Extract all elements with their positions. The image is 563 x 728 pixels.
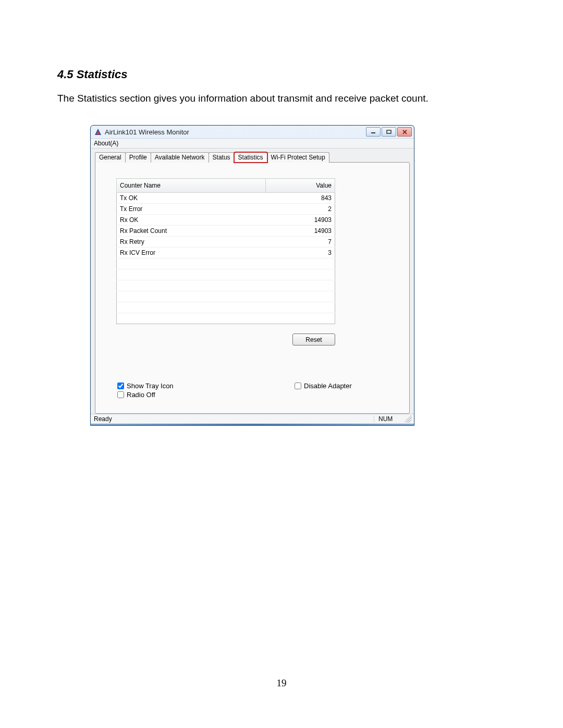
tab-wifi-protect-setup[interactable]: Wi-Fi Protect Setup <box>267 152 329 163</box>
close-button[interactable]: ✕ <box>397 127 412 137</box>
tab-status[interactable]: Status <box>209 152 235 163</box>
checkbox-show-tray-icon[interactable]: Show Tray Icon <box>117 382 274 390</box>
status-num-indicator: NUM <box>374 415 405 423</box>
statistics-table: Counter Name Value Tx OK 843 Tx Error 2 <box>116 178 335 324</box>
tab-profile[interactable]: Profile <box>125 152 151 163</box>
counter-name: Tx OK <box>117 193 266 204</box>
table-row <box>117 269 335 280</box>
tab-available-network[interactable]: Available Network <box>151 152 209 163</box>
maximize-button[interactable] <box>382 127 396 137</box>
table-row[interactable]: Rx Packet Count 14903 <box>117 226 335 237</box>
svg-rect-3 <box>387 130 391 133</box>
tab-general[interactable]: General <box>95 152 126 163</box>
svg-rect-2 <box>371 132 375 133</box>
section-heading: 4.5 Statistics <box>57 68 506 81</box>
window-border-bottom <box>91 424 414 425</box>
counter-name: Rx Packet Count <box>117 226 266 237</box>
table-row[interactable]: Tx OK 843 <box>117 193 335 204</box>
column-header-value[interactable]: Value <box>266 179 335 193</box>
table-row[interactable]: Tx Error 2 <box>117 204 335 215</box>
status-bar: Ready NUM <box>91 414 414 424</box>
minimize-icon <box>371 130 376 134</box>
section-description: The Statistics section gives you informa… <box>57 93 506 104</box>
checkbox-label: Show Tray Icon <box>127 382 174 390</box>
window-title: AirLink101 Wireless Monitor <box>105 128 366 136</box>
app-icon <box>94 128 102 136</box>
resize-grip-icon[interactable] <box>405 415 412 423</box>
counter-value: 14903 <box>266 226 335 237</box>
counter-name: Rx ICV Error <box>117 248 266 258</box>
table-row <box>117 291 335 302</box>
tab-statistics[interactable]: Statistics <box>234 152 267 163</box>
counter-value: 843 <box>266 193 335 204</box>
checkbox-disable-adapter[interactable]: Disable Adapter <box>295 382 352 390</box>
checkbox-input[interactable] <box>117 391 124 398</box>
counter-value: 2 <box>266 204 335 215</box>
tab-row: General Profile Available Network Status… <box>95 152 410 162</box>
counter-name: Rx OK <box>117 215 266 226</box>
counter-name: Tx Error <box>117 204 266 215</box>
table-row <box>117 313 335 324</box>
checkbox-radio-off[interactable]: Radio Off <box>117 391 274 399</box>
menu-about[interactable]: About(A) <box>94 140 118 147</box>
table-row[interactable]: Rx Retry 7 <box>117 237 335 248</box>
checkbox-input[interactable] <box>295 382 301 389</box>
tab-panel-statistics: Counter Name Value Tx OK 843 Tx Error 2 <box>95 162 410 414</box>
reset-button[interactable]: Reset <box>292 334 335 346</box>
counter-value: 14903 <box>266 215 335 226</box>
app-window: AirLink101 Wireless Monitor ✕ About(A) G… <box>90 125 414 426</box>
counter-value: 3 <box>266 248 335 258</box>
checkbox-label: Radio Off <box>127 391 155 399</box>
table-row <box>117 280 335 291</box>
close-icon: ✕ <box>402 128 408 136</box>
minimize-button[interactable] <box>366 127 381 137</box>
table-row[interactable]: Rx OK 14903 <box>117 215 335 226</box>
title-bar[interactable]: AirLink101 Wireless Monitor ✕ <box>91 126 414 138</box>
menu-bar: About(A) <box>91 138 414 149</box>
column-header-name[interactable]: Counter Name <box>117 179 266 193</box>
status-text: Ready <box>93 415 374 423</box>
checkbox-label: Disable Adapter <box>304 382 352 390</box>
table-row[interactable]: Rx ICV Error 3 <box>117 248 335 258</box>
page-number: 19 <box>0 677 563 689</box>
checkbox-input[interactable] <box>117 382 124 389</box>
table-row <box>117 258 335 269</box>
table-row <box>117 302 335 313</box>
counter-value: 7 <box>266 237 335 248</box>
counter-name: Rx Retry <box>117 237 266 248</box>
maximize-icon <box>386 130 391 134</box>
